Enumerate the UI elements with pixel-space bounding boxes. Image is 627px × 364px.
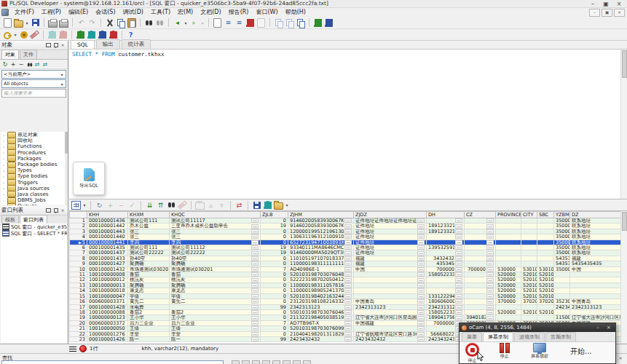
window-list-pin-icon[interactable] — [52, 207, 59, 214]
memo-button-icon[interactable]: — — [251, 283, 259, 288]
cell-zjlb[interactable]: 0 — [261, 277, 288, 282]
cell-khxm[interactable]: 康龙态 — [128, 288, 170, 293]
memo-button-icon[interactable]: — — [251, 240, 259, 245]
match-case-toggle[interactable] — [262, 360, 270, 364]
memo-button-icon[interactable]: — — [251, 316, 259, 320]
cell-sbc[interactable]: 520101 — [537, 277, 554, 282]
memo-button-icon[interactable]: — — [344, 251, 352, 256]
cell-khxm[interactable]: 市场通测试030201 — [128, 266, 170, 272]
grid-options-icon[interactable] — [71, 201, 81, 210]
memo-button-icon[interactable]: — — [417, 251, 425, 256]
memo-button-icon[interactable]: — — [344, 337, 352, 341]
paste-icon[interactable] — [127, 18, 136, 28]
cell-dz[interactable] — [570, 277, 621, 282]
cell-zjdz[interactable]: — — [354, 272, 427, 277]
row-number-cell[interactable]: 20 — [70, 320, 87, 325]
row-number-cell[interactable]: 2 — [70, 223, 87, 229]
memo-button-icon[interactable]: — — [251, 256, 259, 261]
memo-button-icon[interactable]: — — [486, 272, 494, 277]
cell-dh[interactable]: — — [427, 288, 465, 293]
menu-item[interactable]: 窗口(W) — [252, 9, 281, 15]
cell-khxm[interactable]: 水电费 — [128, 304, 170, 309]
cell-dz[interactable]: 联系地址 — [570, 223, 621, 229]
memo-button-icon[interactable]: — — [251, 299, 259, 304]
cell-khqc[interactable]: 李四— — [170, 240, 261, 245]
cell-yzbm[interactable] — [554, 293, 570, 298]
cell-khqc[interactable]: 番茄2— — [170, 309, 261, 314]
cell-city[interactable] — [521, 223, 537, 229]
cell-dh[interactable]: — — [427, 234, 465, 240]
cell-dh[interactable]: — — [427, 282, 465, 288]
grid-row[interactable]: 16 000600003371 黄先二 黄先二— 0 2312031981082… — [70, 299, 621, 304]
memo-button-icon[interactable]: — — [251, 337, 259, 341]
cell-cz[interactable]: — — [465, 299, 496, 304]
cell-zjdz[interactable]: 中国福建— — [354, 320, 427, 325]
memo-button-icon[interactable]: — — [417, 294, 425, 298]
sql-window-tab[interactable]: SQL — [71, 40, 95, 49]
cell-sbc[interactable] — [537, 245, 554, 250]
ocam-minimize-button[interactable]: – — [594, 325, 602, 331]
highlight-all-button[interactable] — [252, 360, 260, 364]
cell-zjdz[interactable]: — — [354, 282, 427, 288]
memo-button-icon[interactable]: — — [344, 294, 352, 298]
cell-khqc[interactable]: 宇倩— — [170, 293, 261, 298]
column-header-dz[interactable]: DZ — [570, 212, 621, 218]
maximize-button[interactable]: ▣ — [599, 1, 612, 7]
insert-record-icon[interactable]: + — [106, 200, 115, 210]
cell-sbc[interactable]: 520101 — [537, 272, 554, 277]
cell-city[interactable] — [521, 256, 537, 261]
memo-button-icon[interactable]: — — [417, 234, 425, 239]
cell-khxm[interactable]: 乔木公益 — [128, 223, 170, 229]
cell-sbc[interactable]: 370201 — [537, 299, 554, 304]
undo-icon[interactable]: ↶ — [76, 18, 86, 28]
cell-zjlb[interactable]: 19 — [261, 245, 288, 250]
cell-dz[interactable]: 联系地址 — [570, 250, 621, 256]
cell-sbc[interactable] — [537, 250, 554, 256]
cell-khh[interactable]: 000100001428 — [87, 304, 128, 309]
grid-row[interactable]: 1 000100001436 测试公司111 测试公司11117— 0 9146… — [70, 218, 621, 223]
cell-dh[interactable]: 13953259128— — [427, 245, 465, 250]
current-user-combobox[interactable]: <当前用户> ▾ — [1, 70, 66, 79]
memo-button-icon[interactable]: — — [486, 245, 494, 250]
cell-khxm[interactable]: 测试公司22222 — [128, 250, 170, 256]
stop-record-button[interactable]: 停止 — [465, 343, 479, 364]
ocam-tab[interactable]: 菜单 — [462, 332, 482, 341]
memo-button-icon[interactable]: — — [455, 245, 462, 250]
memo-button-icon[interactable]: — — [344, 224, 352, 229]
objects-panel-dock-icon[interactable] — [44, 41, 52, 49]
tile-windows-icon[interactable] — [285, 18, 294, 28]
cell-khxm[interactable]: 番茄 — [128, 272, 170, 277]
cell-yzbm[interactable]: 352300 — [554, 299, 570, 304]
cell-zjhm[interactable]: 520103198703076048— — [288, 272, 354, 277]
row-number-cell[interactable]: 5 — [70, 240, 87, 245]
row-number-cell[interactable]: 9 — [70, 261, 87, 266]
find-next-button[interactable] — [232, 360, 240, 364]
redo-icon[interactable]: ↷ — [87, 18, 97, 28]
cell-zjlb[interactable]: 0 — [261, 331, 288, 336]
memo-button-icon[interactable]: — — [251, 245, 259, 250]
column-header-zjhm[interactable]: ZJHM — [288, 212, 354, 218]
memo-button-icon[interactable]: — — [486, 229, 494, 234]
find-in-grid-icon[interactable] — [167, 200, 176, 210]
tree-item[interactable]: › Java classes — [1, 191, 67, 197]
cascade-windows-icon[interactable] — [274, 18, 283, 28]
cell-khqc[interactable]: 聚腾确— — [170, 261, 261, 266]
find-panel-close-icon[interactable]: × — [617, 355, 624, 362]
cell-province[interactable]: 520000 — [496, 309, 521, 314]
memo-button-icon[interactable]: — — [486, 294, 494, 298]
ocam-tab[interactable]: 游戏录制 — [514, 332, 545, 341]
memo-button-icon[interactable]: — — [344, 326, 352, 331]
cell-dz[interactable]: 中国 — [570, 266, 621, 272]
grid-row[interactable]: 10 000100001432 市场通测试030201 市场通测试030201—… — [70, 266, 621, 272]
cell-khxm[interactable]: 李四 — [128, 240, 170, 245]
cell-zjdz[interactable]: — — [354, 326, 427, 331]
cell-khh[interactable]: 100100000012 — [87, 277, 128, 282]
cell-yzbm[interactable]: 350001 — [554, 266, 570, 272]
menu-bars-icon[interactable] — [69, 347, 76, 352]
ocam-tab[interactable]: 屏幕录制 — [483, 332, 513, 341]
memo-button-icon[interactable]: — — [486, 283, 494, 288]
cell-zjlb[interactable]: 0 — [261, 315, 288, 320]
memo-button-icon[interactable]: — — [455, 256, 462, 261]
cell-zjhm[interactable]: 93340111MA8646CMCQ— — [288, 245, 354, 250]
objects-panel-close-icon[interactable]: × — [59, 41, 66, 49]
